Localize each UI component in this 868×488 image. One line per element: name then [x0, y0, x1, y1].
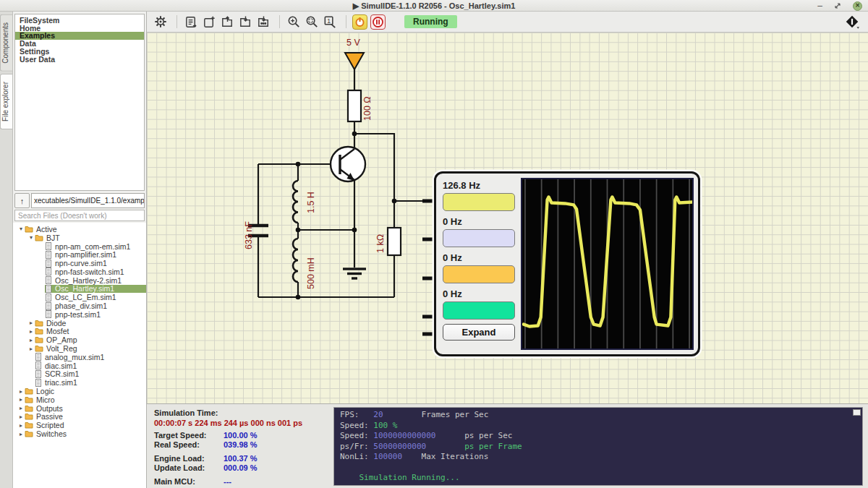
resistor-r2[interactable]: 1 kΩ [375, 228, 401, 255]
svg-text:5 V: 5 V [346, 38, 360, 48]
tree-item-switches[interactable]: ▸Switches [13, 429, 146, 438]
save-as-circuit-icon[interactable] [255, 14, 271, 30]
capacitor-c1[interactable]: 633 nF [244, 221, 268, 249]
channel-4-button[interactable] [443, 301, 515, 320]
tree-item-osc-hartley-sim1[interactable]: Osc_Hartley.sim1 [13, 285, 146, 294]
tree-item-volt-reg[interactable]: ▸Volt_Reg [13, 344, 146, 353]
inductor-l2[interactable]: 500 mH [293, 239, 316, 289]
console-detach-button[interactable] [853, 409, 861, 416]
tree-item-npn-curve-sim1[interactable]: npn-curve.sim1 [13, 259, 146, 267]
settings-gear-icon[interactable] [153, 14, 169, 30]
collapse-arrow-icon[interactable]: ▾ [17, 226, 25, 232]
open-circuit-icon[interactable] [219, 14, 235, 30]
expand-arrow-icon[interactable]: ▸ [17, 396, 25, 403]
file-explorer-panel: FileSystemHomeExamplesDataSettingsUser D… [13, 12, 147, 488]
minimize-button[interactable]: – [817, 2, 822, 9]
oscilloscope-panel[interactable]: 126.8 Hz0 Hz0 Hz0 HzExpand [434, 171, 700, 356]
tree-item-op-amp[interactable]: ▸OP_Amp [13, 335, 146, 344]
save-circuit-icon[interactable] [237, 14, 253, 30]
console-line: Simulation Running... [340, 473, 856, 484]
tree-item-micro[interactable]: ▸Micro [13, 395, 146, 404]
console-line [340, 463, 856, 474]
tab-file-explorer[interactable]: File explorer [0, 74, 12, 129]
up-directory-button[interactable]: ↑ [14, 193, 30, 208]
channel-3-frequency: 0 Hz [443, 252, 516, 264]
tree-item-phase-div-sim1[interactable]: phase_div.sim1 [13, 301, 146, 310]
expand-arrow-icon[interactable]: ▸ [17, 422, 25, 429]
folder-icon [25, 388, 33, 395]
expand-arrow-icon[interactable]: ▸ [17, 431, 25, 437]
expand-arrow-icon[interactable]: ▸ [27, 337, 35, 343]
expand-arrow-icon[interactable]: ▸ [27, 328, 35, 335]
main-mcu-value: --- [224, 477, 231, 486]
channel-1-frequency: 126.8 Hz [443, 179, 516, 192]
wires [258, 69, 429, 297]
console-line: Speed: 1000000000000 ps per Sec [340, 431, 856, 442]
tree-item-passive[interactable]: ▸Passive [13, 413, 146, 421]
file-icon [45, 260, 52, 267]
inductor-l1[interactable]: 1.5 H [293, 181, 316, 223]
folder-icon [35, 320, 43, 327]
folder-icon [25, 396, 33, 403]
tree-item-osc-hartley-2-sim1[interactable]: Osc_Hartley-2.sim1 [13, 276, 146, 285]
zoom-in-icon[interactable] [286, 14, 302, 30]
console-line: FPS: 20 Frames per Sec [340, 410, 856, 421]
simulation-stats: Simulation Time: 00:00:07 s 224 ms 244 µ… [147, 404, 331, 488]
file-icon [45, 294, 52, 301]
tab-components[interactable]: Components [0, 14, 12, 72]
ground[interactable] [343, 269, 366, 278]
channel-2-button[interactable] [443, 229, 515, 247]
folder-icon [35, 328, 43, 335]
probe-diamond-icon[interactable] [844, 14, 860, 30]
tree-item-active[interactable]: ▾Active [13, 225, 146, 234]
expand-arrow-icon[interactable]: ▸ [27, 320, 35, 326]
expand-button[interactable]: Expand [443, 324, 515, 341]
path-input[interactable]: xecutables/SimulIDE_1.1.0/examples [31, 193, 145, 208]
tree-item-analog-mux-sim1[interactable]: analog_mux.sim1 [13, 353, 146, 361]
channel-1-button[interactable] [443, 193, 515, 211]
voltage-source[interactable]: 5 V [345, 38, 364, 69]
tree-item-bjt[interactable]: ▾BJT [13, 234, 146, 242]
console-line: Speed: 100 % [340, 421, 856, 432]
file-export-icon[interactable] [183, 14, 199, 30]
place-item-settings[interactable]: Settings [15, 48, 144, 56]
tree-item-npn-fast-switch-sim1[interactable]: npn-fast-switch.sim1 [13, 267, 146, 276]
circuit-canvas[interactable]: 5 V 100 Ω 1.5 H [147, 33, 868, 403]
tree-item-diode[interactable]: ▸Diode [13, 319, 146, 328]
file-icon [45, 302, 52, 310]
zoom-fit-icon[interactable] [304, 14, 320, 30]
maximize-button[interactable] [834, 2, 841, 9]
tree-item-outputs[interactable]: ▸Outputs [13, 404, 146, 413]
resistor-r1[interactable]: 100 Ω [348, 90, 373, 121]
new-circuit-icon[interactable] [201, 14, 217, 30]
tree-item-scr-sim1[interactable]: SCR.sim1 [13, 370, 146, 379]
pause-icon [372, 16, 384, 28]
tree-item-npn-amplifier-sim1[interactable]: npn-amplifier.sim1 [13, 250, 146, 259]
update-load-value: 000.09 % [224, 463, 257, 472]
expand-arrow-icon[interactable]: ▸ [17, 414, 25, 420]
tree-item-osc-lc-em-sim1[interactable]: Osc_LC_Em.sim1 [13, 293, 146, 301]
tree-item-scripted[interactable]: ▸Scripted [13, 421, 146, 429]
svg-text:1.5 H: 1.5 H [306, 192, 316, 213]
collapse-arrow-icon[interactable]: ▾ [27, 234, 35, 241]
file-icon [45, 276, 52, 284]
place-item-user-data[interactable]: User Data [15, 56, 144, 64]
expand-arrow-icon[interactable]: ▸ [17, 388, 25, 395]
close-button[interactable]: ✕ [853, 1, 862, 11]
transistor[interactable] [331, 147, 365, 181]
tree-item-npn-am-com-em-sim1[interactable]: npn-am_com-em.sim1 [13, 242, 146, 251]
expand-arrow-icon[interactable]: ▸ [17, 405, 25, 411]
tree-item-diac-sim1[interactable]: diac.sim1 [13, 361, 146, 370]
pause-button[interactable] [370, 14, 386, 30]
zoom-one-icon[interactable]: 1 [322, 14, 338, 30]
tree-item-pnp-test-sim1[interactable]: pnp-test.sim1 [13, 310, 146, 319]
svg-text:633 nF: 633 nF [244, 221, 254, 249]
tree-item-logic[interactable]: ▸Logic [13, 387, 146, 395]
power-button[interactable] [352, 14, 367, 30]
tree-item-mosfet[interactable]: ▸Mosfet [13, 328, 146, 336]
tree-item-triac-sim1[interactable]: triac.sim1 [13, 378, 146, 387]
expand-arrow-icon[interactable]: ▸ [27, 346, 35, 352]
engine-load-value: 100.37 % [224, 454, 257, 463]
channel-3-button[interactable] [443, 265, 515, 283]
search-input[interactable] [14, 210, 145, 221]
